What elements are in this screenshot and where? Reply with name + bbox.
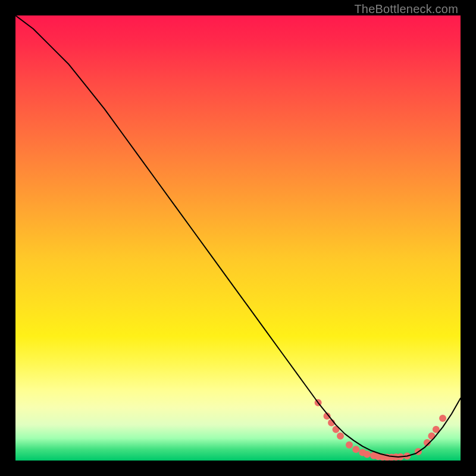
data-marker	[364, 451, 371, 458]
data-marker	[352, 446, 359, 453]
chart-svg	[15, 15, 461, 461]
chart-frame: TheBottleneck.com	[0, 0, 476, 476]
plot-area	[15, 15, 461, 461]
data-marker	[346, 441, 353, 449]
data-marker	[439, 415, 446, 422]
watermark-text: TheBottleneck.com	[354, 2, 458, 16]
data-markers	[315, 399, 446, 461]
data-curve	[15, 15, 461, 457]
data-marker	[337, 433, 344, 440]
